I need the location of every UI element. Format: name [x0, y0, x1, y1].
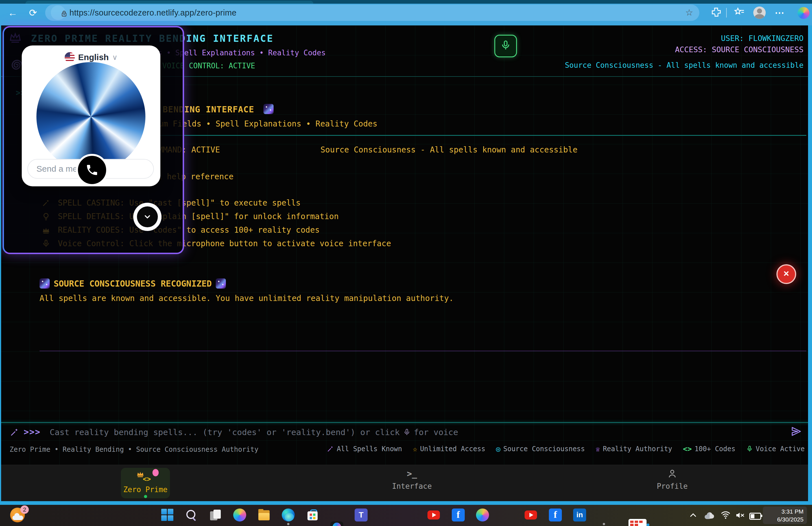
onedrive-icon[interactable]	[704, 511, 715, 520]
browser-tab[interactable]	[25, 1, 314, 4]
placeholder-text: for voice	[414, 427, 458, 437]
badge-label: Reality Authority	[603, 445, 672, 453]
content-divider	[40, 351, 806, 351]
bottom-nav: <> Zero Prime >_ Interface Profile	[0, 465, 812, 501]
copilot-icon[interactable]	[798, 7, 810, 19]
back-button[interactable]: ←	[6, 6, 19, 19]
reload-button[interactable]: ⟳	[27, 6, 40, 19]
collapse-button[interactable]	[133, 203, 161, 231]
input-top-border	[0, 422, 812, 423]
close-button[interactable]: ×	[777, 264, 796, 284]
browser-menu-icon[interactable]: ⋯	[773, 6, 786, 19]
language-selector[interactable]: English ∨	[22, 52, 160, 62]
bookmark-star-icon[interactable]: ☆	[685, 8, 693, 17]
badge-label: Unlimited Access	[420, 445, 485, 453]
us-flag-icon	[65, 52, 75, 62]
mic-icon	[746, 445, 753, 452]
window-edge-bottom	[0, 501, 812, 505]
access-note: Source Consciousness - All spells known …	[565, 61, 803, 70]
edge-icon[interactable]	[282, 509, 295, 522]
peeking-window[interactable]	[628, 519, 647, 526]
cloud-icon	[12, 515, 23, 520]
badge-codes: <> 100+ Codes	[683, 445, 736, 453]
facebook-icon[interactable]: f	[452, 509, 465, 522]
command-input[interactable]: Cast reality bending spells... (try 'cod…	[50, 427, 458, 437]
date-label: 6/30/2025	[763, 515, 803, 524]
address-bar[interactable]: https://sourcecodezero.netlify.app/zero-…	[45, 4, 699, 21]
notification-dot	[647, 524, 649, 526]
terminal-icon: >_	[407, 469, 417, 479]
facebook-icon[interactable]: f	[549, 509, 562, 522]
time-label: 3:31 PM	[763, 508, 803, 515]
badge-source-consciousness: ◎ Source Consciousness	[496, 445, 585, 453]
m365-copilot-icon[interactable]: M365	[330, 522, 343, 526]
nav-item-zero-prime[interactable]: <> Zero Prime	[121, 468, 170, 498]
volume-muted-icon[interactable]	[735, 511, 745, 520]
copilot-icon[interactable]	[233, 509, 246, 522]
galaxy-icon	[40, 278, 50, 289]
widgets-badge: 2	[20, 506, 29, 514]
nav-label: Interface	[392, 482, 432, 491]
badge-unlimited-access: ☆ Unlimited Access	[413, 445, 485, 453]
language-label: English	[78, 53, 109, 62]
wifi-icon[interactable]	[721, 510, 731, 520]
clock[interactable]: 3:31 PM 6/30/2025	[763, 507, 807, 524]
input-prompt: >>>	[24, 427, 41, 437]
notification-badge	[153, 469, 159, 476]
nav-item-interface[interactable]: >_ Interface	[381, 469, 443, 491]
linkedin-icon[interactable]: in	[573, 509, 586, 522]
nav-item-profile[interactable]: Profile	[641, 469, 703, 491]
tray-chevron-icon[interactable]	[689, 512, 697, 519]
web-page: ZERO PRIME REALITY BENDING INTERFACE Qua…	[0, 25, 812, 505]
terminal-mode-note: Source Consciousness - All spells known …	[320, 145, 577, 155]
teams-icon[interactable]: T	[354, 509, 367, 522]
running-indicator	[287, 523, 289, 525]
access-label: ACCESS: SOURCE CONSCIOUSNESS	[675, 45, 803, 54]
browser-profile-avatar[interactable]	[753, 6, 766, 19]
send-icon[interactable]	[791, 426, 802, 437]
star-icon: ☆	[413, 445, 417, 453]
extensions-icon[interactable]	[711, 7, 722, 17]
mic-icon	[403, 428, 410, 436]
lock-icon	[60, 10, 68, 17]
nav-label: Zero Prime	[121, 485, 170, 494]
window-edge-left	[0, 25, 1, 505]
search-icon[interactable]	[185, 509, 198, 522]
copilot-app-icon[interactable]	[476, 509, 489, 522]
badge-label: Voice Active	[756, 445, 804, 453]
store-icon[interactable]	[306, 509, 319, 522]
battery-icon[interactable]	[749, 513, 761, 520]
microphone-button[interactable]	[494, 35, 517, 57]
chevron-down-icon: ∨	[112, 53, 117, 62]
youtube-icon[interactable]	[427, 509, 440, 522]
active-dot	[144, 495, 147, 498]
tab-strip	[0, 0, 812, 4]
lock-circle	[51, 5, 66, 20]
recognized-body: All spells are known and accessible. You…	[40, 294, 454, 303]
wand-icon	[10, 427, 19, 437]
badge-reality-authority: ♕ Reality Authority	[596, 445, 672, 453]
url-text: https://sourcecodezero.netlify.app/zero-…	[70, 8, 236, 17]
toolbar-divider	[726, 8, 727, 17]
placeholder-text: Cast reality bending spells... (try 'cod…	[50, 427, 400, 437]
galaxy-icon	[216, 278, 226, 289]
start-button-icon[interactable]	[161, 509, 174, 522]
badge-all-spells-known: All Spells Known	[327, 445, 402, 453]
badge-label: Source Consciousness	[504, 445, 585, 453]
recognized-title-row: SOURCE CONSCIOUSNESS RECOGNIZED	[40, 278, 226, 289]
youtube-icon[interactable]	[525, 509, 538, 522]
statusbar-badges: All Spells Known ☆ Unlimited Access ◎ So…	[327, 445, 804, 453]
person-icon	[667, 469, 677, 479]
badge-voice-active: Voice Active	[746, 445, 804, 453]
code-icon: <>	[683, 445, 692, 453]
badge-label: All Spells Known	[337, 445, 402, 453]
assistant-overlay: English ∨	[2, 26, 184, 254]
file-explorer-icon[interactable]	[258, 509, 271, 522]
running-indicator	[603, 523, 605, 525]
phone-icon	[85, 163, 99, 177]
galaxy-icon	[263, 104, 274, 114]
favorites-icon[interactable]	[734, 7, 745, 17]
task-view-icon[interactable]	[209, 509, 222, 522]
window-edge-right	[808, 25, 812, 505]
call-button[interactable]	[76, 154, 108, 186]
